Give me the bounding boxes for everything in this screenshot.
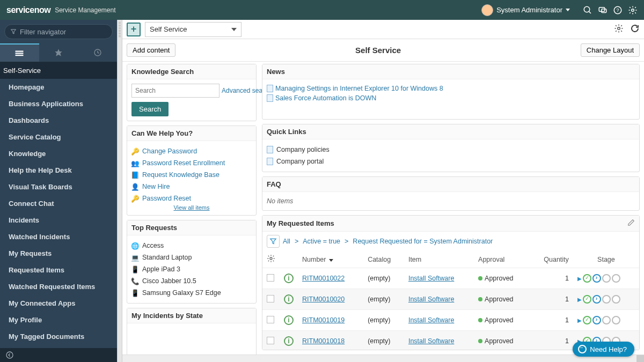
table-row: iRITM0010020(empty)Install SoftwareAppro… [262,289,639,310]
product-name: Service Management [55,6,115,14]
knowledge-search-input[interactable] [131,84,219,98]
top-request-item[interactable]: 📱Apple iPad 3 [131,263,252,275]
row-info-icon[interactable]: i [284,274,294,283]
nav-item-watched-requested-items[interactable]: Watched Requested Items [0,278,117,295]
filter-icon[interactable] [267,235,280,248]
collapse-nav-button[interactable] [0,348,117,362]
top-request-item[interactable]: 🌐Access [131,240,252,252]
filter-navigator-input[interactable]: Filter navigator [4,24,113,39]
nav-item-watched-incidents[interactable]: Watched Incidents [0,228,117,245]
search-icon[interactable] [583,5,592,15]
col-item[interactable]: Item [404,251,474,268]
new-homepage-button[interactable]: + [127,23,141,36]
row-number-link[interactable]: RITM0010020 [302,295,345,303]
nav-item-dashboards[interactable]: Dashboards [0,112,117,129]
col-stage[interactable]: Stage [573,251,639,268]
edit-widget-icon[interactable] [627,219,635,228]
help-item[interactable]: 🔑Password Reset [131,193,252,204]
help-item[interactable]: 🔑Change Password [131,145,252,157]
table-personalize-icon[interactable] [267,257,275,264]
knowledge-search-button[interactable]: Search [131,102,169,116]
need-help-button[interactable]: Need Help? [573,342,634,357]
nav-item-my-profile[interactable]: My Profile [0,312,117,328]
top-request-item[interactable]: 📞Cisco Jabber 10.5 [131,275,252,287]
nav-item-incidents[interactable]: Incidents [0,212,117,228]
row-number-link[interactable]: RITM0010019 [302,316,345,324]
quick-link-item[interactable]: Company policies [267,144,635,156]
help-you-title: Can We Help You? [131,129,193,137]
crumb-requested-for[interactable]: Request Requested for = System Administr… [353,238,493,245]
help-item[interactable]: 👥Password Reset Enrollment [131,157,252,169]
quick-link-item[interactable]: Company portal [267,156,635,167]
nav-group-self-service[interactable]: Self-Service [0,62,117,79]
svg-point-13 [6,352,13,358]
row-checkbox[interactable] [267,316,274,323]
nav-item-help-the-help-desk[interactable]: Help the Help Desk [0,162,117,179]
row-info-icon[interactable]: i [284,336,294,346]
crumb-all[interactable]: All [283,238,290,245]
top-request-item[interactable]: 📱Samsung Galaxy S7 Edge [131,287,252,299]
tab-history[interactable] [78,43,117,62]
row-stage[interactable]: ▶ [577,316,635,324]
homepage-select[interactable]: Self Service [145,22,241,37]
row-checkbox[interactable] [267,274,274,282]
nav-item-visual-task-boards[interactable]: Visual Task Boards [0,179,117,195]
row-checkbox[interactable] [267,337,274,344]
top-request-item[interactable]: 💻Standard Laptop [131,252,252,263]
avatar[interactable] [481,4,493,16]
row-stage[interactable]: ▶ [577,274,635,283]
nav-item-service-catalog[interactable]: Service Catalog [0,129,117,145]
splitter[interactable] [117,20,122,362]
stage-pending-icon [602,274,611,283]
col-catalog[interactable]: Catalog [363,251,404,268]
col-approval[interactable]: Approval [474,251,530,268]
row-stage[interactable]: ▶ [577,295,635,304]
nav-item-requested-items[interactable]: Requested Items [0,262,117,278]
tab-all-apps[interactable] [0,43,39,62]
help-item-icon: 🔑 [131,195,139,202]
gear-icon[interactable] [628,5,638,15]
requested-items-table: Number Catalog Item Approval Quantity St… [262,251,639,350]
document-icon [267,158,273,165]
navigator: Filter navigator Self-Service HomepageBu… [0,20,117,362]
svg-marker-15 [270,239,276,243]
nav-item-my-connected-apps[interactable]: My Connected Apps [0,295,117,312]
col-number[interactable]: Number [298,251,363,268]
user-menu-caret-icon[interactable] [566,9,570,11]
row-item-link[interactable]: Install Software [408,337,454,345]
nav-item-business-applications[interactable]: Business Applications [0,95,117,112]
col-quantity[interactable]: Quantity [530,251,573,268]
row-item-link[interactable]: Install Software [408,275,454,282]
news-item[interactable]: Sales Force Automation is DOWN [267,93,635,103]
refresh-icon[interactable] [630,24,640,35]
add-content-button[interactable]: Add content [127,43,175,57]
row-number-link[interactable]: RITM0010018 [302,337,345,345]
nav-item-my-requests[interactable]: My Requests [0,245,117,262]
nav-item-homepage[interactable]: Homepage [0,79,117,95]
row-info-icon[interactable]: i [284,315,294,325]
help-item[interactable]: 👤New Hire [131,181,252,193]
page-settings-icon[interactable] [614,24,624,35]
news-item[interactable]: Managing Settings in Internet Explorer 1… [267,84,635,93]
help-item[interactable]: 📘Request Knowledge Base [131,169,252,181]
document-icon [267,146,273,153]
row-number-link[interactable]: RITM0010022 [302,275,345,282]
top-request-icon: 🌐 [131,242,139,249]
user-menu[interactable]: System Administrator [496,6,562,14]
row-checkbox[interactable] [267,295,274,302]
chat-icon[interactable] [598,5,608,15]
nav-item-knowledge[interactable]: Knowledge [0,145,117,162]
nav-item-connect-chat[interactable]: Connect Chat [0,195,117,212]
row-info-icon[interactable]: i [284,294,294,304]
help-icon[interactable]: ? [613,5,623,15]
svg-marker-11 [55,49,62,56]
row-item-link[interactable]: Install Software [408,295,454,303]
change-layout-button[interactable]: Change Layout [581,43,640,57]
view-all-items-link[interactable]: View all items [173,204,209,211]
nav-item-my-tagged-documents[interactable]: My Tagged Documents [0,328,117,345]
tab-favorites[interactable] [39,43,78,62]
chevron-down-icon [231,28,237,31]
row-item-link[interactable]: Install Software [408,316,454,324]
horizontal-scrollbar[interactable] [122,354,644,362]
crumb-active[interactable]: Active = true [303,238,340,245]
